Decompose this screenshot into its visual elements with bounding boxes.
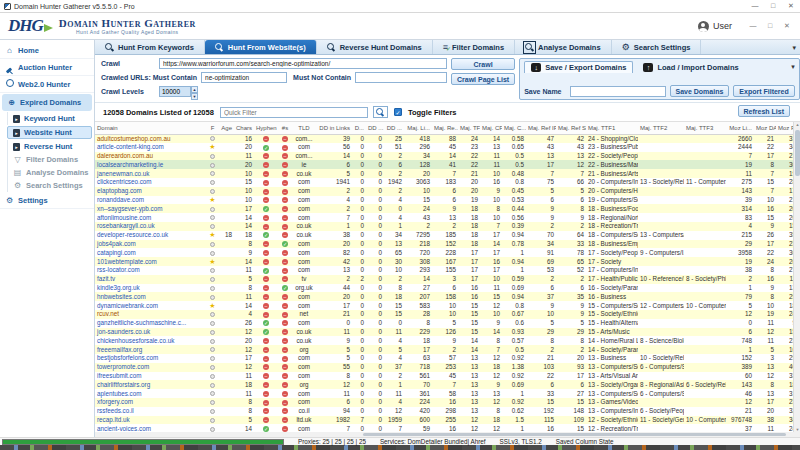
column-header[interactable]: Maj. Ref IPs (526, 122, 556, 134)
dot-icon[interactable] (210, 409, 215, 414)
dot-icon[interactable] (210, 330, 215, 335)
sidebar-item-website-hunt[interactable]: ▸Website Hunt (7, 126, 92, 139)
star-icon[interactable]: ★ (209, 258, 215, 265)
dot-icon[interactable] (210, 365, 215, 370)
dot-icon[interactable] (210, 356, 215, 361)
column-header[interactable]: DD ... (384, 122, 404, 134)
star-icon[interactable]: ★ (209, 143, 215, 150)
dot-icon[interactable] (210, 321, 215, 326)
column-header[interactable]: F (207, 122, 218, 134)
domain-link[interactable]: recap.ltd.uk (97, 416, 130, 423)
domain-link[interactable]: dalereardon.com.au (97, 152, 153, 159)
column-header[interactable]: #s (278, 122, 292, 134)
table-row[interactable]: hnbwebsites.com11com20001820715816150.94… (95, 292, 798, 301)
sidebar-item-expired-domains[interactable]: ⊕Expired Domains (2, 94, 92, 111)
table-row[interactable]: rssfeeds.co.il8co.il9400124202981380.621… (95, 407, 798, 416)
maximize-icon[interactable] (765, 22, 775, 30)
domain-link[interactable]: rcuv.net (97, 310, 119, 317)
domain-link[interactable]: aftonlimousine.com (97, 214, 151, 221)
domain-link[interactable]: dynamicwebrank.com (97, 302, 158, 309)
domain-link[interactable]: chickenhousesforsale.co.uk (97, 337, 174, 344)
column-header[interactable]: DD in Links (316, 122, 352, 134)
star-icon[interactable]: ★ (209, 231, 215, 238)
sidebar-item-reverse-hunt[interactable]: ▸Reverse Hunt (7, 140, 94, 153)
scroll-up-icon[interactable]: ▲ (794, 122, 800, 127)
table-row[interactable]: chickenhousesforsale.co.uk20co.uk9004189… (95, 336, 798, 345)
sidebar-item-analyse-domains[interactable]: ▤Analyse Domains (7, 166, 94, 179)
column-header[interactable]: Maj. TTF2 (638, 122, 684, 134)
chevron-down-icon[interactable] (791, 63, 795, 71)
crawl-levels-input[interactable] (159, 86, 191, 97)
domain-link[interactable]: rss-locator.com (97, 266, 140, 273)
table-row[interactable]: fazit.tv5tv220214317100.592217 - Health/… (95, 275, 798, 284)
crawl-levels-stepper[interactable]: ▲ ▼ (159, 86, 198, 97)
column-header[interactable]: Maj. Re... (432, 122, 458, 134)
dot-icon[interactable] (210, 339, 215, 344)
column-header[interactable]: D... (352, 122, 366, 134)
domain-link[interactable]: jon-saunders.co.uk (97, 328, 150, 335)
star-icon[interactable]: ★ (209, 196, 215, 203)
dot-icon[interactable] (210, 136, 215, 141)
save-domains-button[interactable]: Save Domains (670, 85, 730, 97)
dot-icon[interactable] (210, 295, 215, 300)
dot-icon[interactable] (210, 251, 215, 256)
domain-link[interactable]: ganzheitliche-suchmaschine.c... (97, 319, 186, 326)
domain-link[interactable]: kindle3g.org.uk (97, 284, 140, 291)
dot-icon[interactable] (210, 347, 215, 352)
dot-icon[interactable] (210, 154, 215, 159)
maximize-icon[interactable] (768, 2, 778, 10)
export-filtered-button[interactable]: Export Filtered (733, 85, 794, 97)
dot-icon[interactable] (210, 180, 215, 185)
table-row[interactable]: freeemailfax.org12org50051721470.52214 -… (95, 345, 798, 354)
column-header[interactable]: TLD (292, 122, 316, 134)
column-header[interactable]: DD ... (366, 122, 384, 134)
spinner-up-icon[interactable]: ▲ (191, 86, 198, 93)
table-row[interactable]: 101webtemplate.com★14com4200303081671716… (95, 257, 798, 266)
crawl-page-list-button[interactable]: Crawl Page List (451, 73, 515, 85)
domain-link[interactable]: 101webtemplate.com (97, 258, 157, 265)
table-row[interactable]: xforgery.com8com60042241613120.92151513 … (95, 398, 798, 407)
close-icon[interactable] (782, 22, 792, 30)
domain-link[interactable]: elaptopbag.com (97, 187, 142, 194)
sidebar-item-keyword-hunt[interactable]: ▸Keyword Hunt (7, 112, 94, 125)
domain-link[interactable]: chairliftforstairs.org (97, 381, 150, 388)
column-header[interactable]: Hyphen (254, 122, 278, 134)
column-header[interactable]: Age (218, 122, 234, 134)
table-row[interactable]: xn--saygsever-ypb.com17com20002491880.44… (95, 204, 798, 213)
domain-link[interactable]: jobs4pak.com (97, 240, 136, 247)
minimize-icon[interactable] (750, 2, 760, 10)
column-header[interactable]: Maj. Ref Su... (556, 122, 586, 134)
domain-link[interactable]: xforgery.com (97, 398, 133, 405)
domain-link[interactable]: article-content-king.com (97, 143, 164, 150)
save-name-input[interactable] (570, 86, 666, 97)
domain-link[interactable]: adultcostumeshop.com.au (97, 135, 171, 142)
column-header[interactable]: Maj. Li... (404, 122, 432, 134)
crawl-button[interactable]: Crawl (451, 58, 515, 70)
dot-icon[interactable] (210, 215, 215, 220)
table-row[interactable]: rss-locator.com11com13001029315517171535… (95, 266, 798, 275)
domain-link[interactable]: janenewman.co.uk (97, 170, 150, 177)
domain-link[interactable]: towerpromote.com (97, 363, 149, 370)
table-row[interactable]: dynamicwebrank.com★14com1700155831015120… (95, 301, 798, 310)
dot-icon[interactable] (210, 286, 215, 291)
os-taskbar[interactable] (0, 445, 800, 450)
tab-analyse-domains[interactable]: Analyse Domains (515, 40, 612, 54)
domain-link[interactable]: localsearchmarketing.ie (97, 161, 163, 168)
column-header[interactable]: Moz DA (754, 122, 776, 134)
column-header[interactable]: Maj. C... (502, 122, 526, 134)
table-row[interactable]: rcuv.net4net210015281015100.6710915 - So… (95, 310, 798, 319)
dot-icon[interactable] (210, 277, 215, 282)
close-icon[interactable] (786, 2, 796, 10)
column-header[interactable]: Maj. TTF3 (684, 122, 726, 134)
column-header[interactable]: Maj. CF (480, 122, 502, 134)
column-header[interactable]: Domain (95, 122, 207, 134)
dot-icon[interactable] (210, 224, 215, 229)
dot-icon[interactable] (210, 268, 215, 273)
sidebar-item-home[interactable]: ⌂Home (0, 42, 94, 59)
tab-load-import-domains[interactable]: ↑ Load / Import Domains (637, 62, 744, 73)
domain-link[interactable]: freeemailfax.org (97, 346, 142, 353)
table-row[interactable]: article-content-king.com★20com5600512964… (95, 143, 798, 152)
sidebar-item-filter-domains[interactable]: ▽Filter Domains (7, 153, 94, 166)
crawl-url-input[interactable] (159, 58, 447, 69)
sidebar-item-settings[interactable]: ⚙Settings (0, 192, 94, 209)
